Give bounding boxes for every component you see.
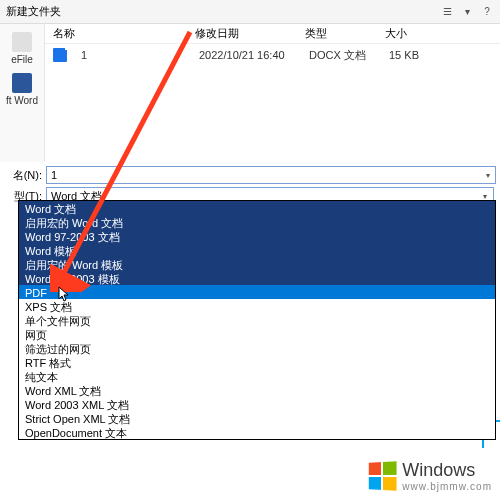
watermark: Windows www.bjmmw.com	[368, 460, 492, 492]
col-name[interactable]: 名称	[45, 26, 195, 41]
sidebar-item-word[interactable]: ft Word	[2, 69, 42, 110]
watermark-text: Windows www.bjmmw.com	[402, 460, 492, 492]
dd-option[interactable]: Word 文档	[19, 201, 495, 215]
dropdown-icon[interactable]: ▾	[460, 5, 474, 19]
col-type[interactable]: 类型	[305, 26, 385, 41]
docx-icon	[53, 48, 67, 62]
help-icon[interactable]: ?	[480, 5, 494, 19]
watermark-brand: Windows	[402, 460, 492, 481]
dd-option[interactable]: Strict Open XML 文档	[19, 411, 495, 425]
file-name: 1	[73, 49, 199, 61]
main-area: eFile ft Word 名称 修改日期 类型 大小 1 2022/10/21…	[0, 24, 500, 162]
dd-option[interactable]: XPS 文档	[19, 299, 495, 313]
dd-option-pdf[interactable]: PDF	[19, 285, 495, 299]
toolbar: 新建文件夹 ☰ ▾ ?	[0, 0, 500, 24]
file-row[interactable]: 1 2022/10/21 16:40 DOCX 文档 15 KB	[45, 44, 500, 66]
word-icon	[12, 73, 32, 93]
chevron-down-icon[interactable]: ▾	[482, 169, 494, 181]
filename-row: 名(N): ▾	[6, 166, 494, 184]
dd-option[interactable]: OpenDocument 文本	[19, 425, 495, 439]
dd-option[interactable]: Word 97-2003 文档	[19, 229, 495, 243]
dd-option[interactable]: 启用宏的 Word 文档	[19, 215, 495, 229]
filetype-dropdown-list: Word 文档 启用宏的 Word 文档 Word 97-2003 文档 Wor…	[18, 200, 496, 440]
view-icon[interactable]: ☰	[440, 5, 454, 19]
folder-title: 新建文件夹	[6, 4, 440, 19]
watermark-url: www.bjmmw.com	[402, 481, 492, 492]
filename-label: 名(N):	[6, 168, 46, 183]
col-size[interactable]: 大小	[385, 26, 445, 41]
dd-option[interactable]: 单个文件网页	[19, 313, 495, 327]
save-dialog: 新建文件夹 ☰ ▾ ? eFile ft Word 名称 修改日期 类型 大小	[0, 0, 500, 500]
sidebar-item-efile[interactable]: eFile	[2, 28, 42, 69]
file-list: 名称 修改日期 类型 大小 1 2022/10/21 16:40 DOCX 文档…	[45, 24, 500, 162]
dd-option[interactable]: Word 2003 XML 文档	[19, 397, 495, 411]
file-size: 15 KB	[389, 49, 449, 61]
dd-option[interactable]: Word 97-2003 模板	[19, 271, 495, 285]
dd-option[interactable]: 纯文本	[19, 369, 495, 383]
sidebar: eFile ft Word	[0, 24, 45, 162]
file-type: DOCX 文档	[309, 48, 389, 63]
windows-logo-icon	[369, 461, 397, 490]
list-header: 名称 修改日期 类型 大小	[45, 24, 500, 44]
dd-option[interactable]: 网页	[19, 327, 495, 341]
dd-option[interactable]: Word XML 文档	[19, 383, 495, 397]
toolbar-actions: ☰ ▾ ?	[440, 5, 494, 19]
folder-icon	[12, 32, 32, 52]
dd-option[interactable]: 筛选过的网页	[19, 341, 495, 355]
dd-option[interactable]: 启用宏的 Word 模板	[19, 257, 495, 271]
filename-input[interactable]	[46, 166, 496, 184]
sidebar-item-label: eFile	[11, 54, 33, 65]
file-date: 2022/10/21 16:40	[199, 49, 309, 61]
col-date[interactable]: 修改日期	[195, 26, 305, 41]
dd-option[interactable]: RTF 格式	[19, 355, 495, 369]
sidebar-item-label: ft Word	[6, 95, 38, 106]
dd-option[interactable]: Word 模板	[19, 243, 495, 257]
